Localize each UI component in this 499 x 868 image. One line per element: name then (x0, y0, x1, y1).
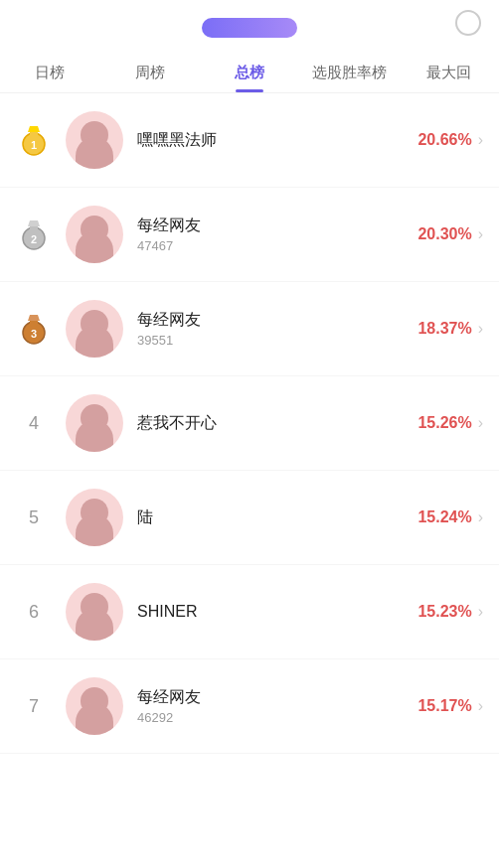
avatar (66, 394, 123, 452)
rank-number: 4 (16, 413, 52, 434)
user-sub: 47467 (137, 238, 417, 253)
avatar-body (76, 420, 113, 452)
score-value: 15.26% (417, 414, 471, 432)
page-title (202, 18, 297, 38)
rank-item-3[interactable]: 3 每经网友 39551 18.37% › (0, 282, 499, 376)
score-value: 15.24% (417, 508, 471, 526)
user-name: 每经网友 (137, 216, 417, 236)
user-info: 每经网友 39551 (137, 310, 417, 348)
score-area: 20.30% › (417, 225, 483, 243)
avatar (66, 677, 123, 735)
avatar-body (76, 514, 113, 546)
user-name: 惹我不开心 (137, 413, 417, 434)
svg-text:1: 1 (31, 139, 37, 151)
user-name: 嘿嘿黑法师 (137, 130, 417, 151)
score-value: 20.30% (417, 225, 471, 243)
score-area: 20.66% › (417, 131, 483, 149)
avatar (66, 300, 123, 358)
user-info: 每经网友 46292 (137, 687, 417, 725)
avatar (66, 489, 123, 546)
rank-item-6[interactable]: 6 SHINER 15.23% › (0, 565, 499, 659)
avatar (66, 111, 123, 169)
silver-medal-icon: 2 (16, 217, 52, 252)
score-value: 15.23% (417, 603, 471, 621)
user-sub: 46292 (137, 710, 417, 725)
score-area: 15.23% › (417, 603, 483, 621)
score-area: 18.37% › (417, 320, 483, 338)
user-name: 每经网友 (137, 310, 417, 331)
score-area: 15.24% › (417, 508, 483, 526)
rank-item-2[interactable]: 2 每经网友 47467 20.30% › (0, 188, 499, 282)
user-info: 陆 (137, 507, 417, 528)
rank-number: 6 (16, 602, 52, 623)
score-value: 18.37% (417, 320, 471, 338)
svg-marker-3 (28, 126, 40, 132)
user-name: SHINER (137, 603, 417, 621)
svg-text:3: 3 (31, 328, 37, 340)
svg-marker-7 (28, 220, 40, 226)
user-name: 陆 (137, 507, 417, 528)
rank-item-4[interactable]: 4 惹我不开心 15.26% › (0, 376, 499, 471)
tab-maxreturn[interactable]: 最大回 (400, 56, 499, 92)
user-info: 每经网友 47467 (137, 216, 417, 253)
svg-marker-11 (28, 315, 40, 321)
chevron-right-icon: › (478, 414, 483, 432)
rank-item-5[interactable]: 5 陆 15.24% › (0, 471, 499, 565)
page: 日榜周榜总榜选股胜率榜最大回 1 嘿嘿黑法师 20.66% › 2 (0, 0, 499, 868)
rank-number: 7 (16, 696, 52, 717)
score-value: 15.17% (417, 697, 471, 715)
chevron-right-icon: › (478, 225, 483, 243)
tabs-bar: 日榜周榜总榜选股胜率榜最大回 (0, 46, 499, 93)
rank-number: 5 (16, 507, 52, 528)
help-icon[interactable] (455, 10, 481, 36)
tab-winrate[interactable]: 选股胜率榜 (299, 56, 399, 92)
bronze-medal-icon: 3 (16, 311, 52, 347)
score-value: 20.66% (417, 131, 471, 149)
user-info: SHINER (137, 603, 417, 621)
avatar-body (76, 609, 113, 641)
user-name: 每经网友 (137, 687, 417, 708)
rank-list: 1 嘿嘿黑法师 20.66% › 2 (0, 93, 499, 754)
avatar-body (76, 703, 113, 735)
tab-daily[interactable]: 日榜 (0, 56, 99, 92)
gold-medal-icon: 1 (16, 122, 52, 158)
avatar (66, 206, 123, 263)
rank-item-1[interactable]: 1 嘿嘿黑法师 20.66% › (0, 93, 499, 188)
score-area: 15.26% › (417, 414, 483, 432)
chevron-right-icon: › (478, 131, 483, 149)
chevron-right-icon: › (478, 697, 483, 715)
chevron-right-icon: › (478, 603, 483, 621)
rank-item-7[interactable]: 7 每经网友 46292 15.17% › (0, 659, 499, 754)
avatar-body (76, 137, 113, 169)
svg-text:2: 2 (31, 233, 37, 245)
chevron-right-icon: › (478, 508, 483, 526)
avatar-body (76, 231, 113, 263)
score-area: 15.17% › (417, 697, 483, 715)
header (0, 0, 499, 46)
user-info: 嘿嘿黑法师 (137, 130, 417, 151)
tab-total[interactable]: 总榜 (200, 56, 299, 92)
user-sub: 39551 (137, 333, 417, 348)
tab-weekly[interactable]: 周榜 (99, 56, 199, 92)
user-info: 惹我不开心 (137, 413, 417, 434)
avatar (66, 583, 123, 641)
avatar-body (76, 326, 113, 358)
chevron-right-icon: › (478, 320, 483, 338)
